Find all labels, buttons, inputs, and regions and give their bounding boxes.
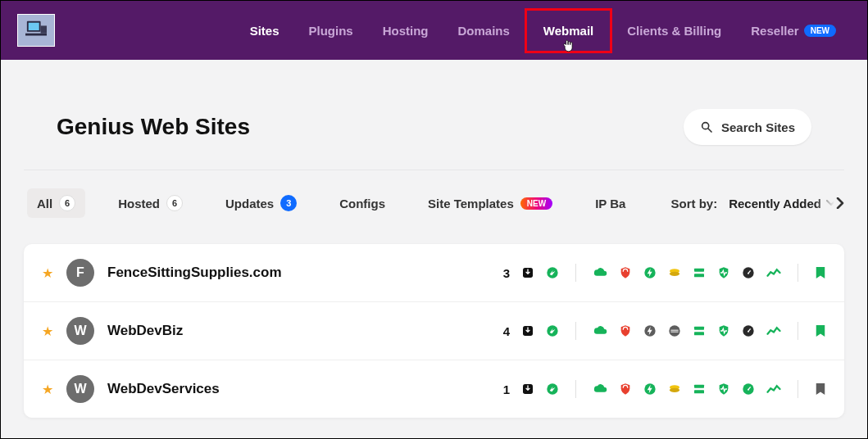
separator (798, 264, 798, 282)
speed-icon[interactable] (546, 382, 559, 396)
nav-sites[interactable]: Sites (235, 8, 294, 53)
pulse-icon[interactable] (717, 382, 730, 396)
separator (575, 264, 576, 282)
site-row[interactable]: ★ W WebDevServices 1 (24, 360, 844, 418)
shield-icon[interactable] (619, 324, 632, 337)
svg-point-18 (669, 325, 679, 336)
new-badge: NEW (804, 25, 836, 37)
bolt-icon[interactable] (643, 266, 657, 279)
nav-clients-billing[interactable]: Clients & Billing (612, 8, 736, 53)
site-row[interactable]: ★ F FenceSittingSupplies.com 3 (24, 244, 844, 302)
filter-hosted[interactable]: Hosted 6 (108, 188, 193, 218)
shield-icon[interactable] (619, 266, 632, 279)
nav-hosting[interactable]: Hosting (368, 8, 443, 53)
nav-label: Clients & Billing (627, 24, 721, 38)
download-icon[interactable] (521, 266, 534, 279)
svg-point-29 (670, 388, 679, 392)
gauge-icon[interactable] (742, 324, 755, 337)
svg-rect-22 (694, 332, 704, 335)
star-icon[interactable]: ★ (42, 324, 53, 339)
nav-domains[interactable]: Domains (443, 8, 525, 53)
gauge-icon[interactable] (742, 266, 755, 279)
top-nav: Sites Plugins Hosting Domains Webmail Cl… (1, 1, 867, 60)
nav-reseller[interactable]: Reseller NEW (736, 8, 851, 53)
sort-label: Sort by: (671, 197, 718, 210)
speed-icon[interactable] (546, 266, 559, 279)
nav-plugins[interactable]: Plugins (294, 8, 368, 53)
nav-label: Sites (250, 24, 279, 38)
svg-rect-30 (694, 385, 704, 388)
cloud-icon[interactable] (593, 325, 607, 337)
count-badge: 3 (280, 195, 297, 211)
chart-icon[interactable] (766, 325, 781, 337)
sites-list: ★ F FenceSittingSupplies.com 3 (24, 244, 844, 418)
filter-configs[interactable]: Configs (329, 190, 395, 217)
avatar: W (66, 317, 94, 345)
site-name: FenceSittingSupplies.com (107, 265, 282, 281)
server-icon[interactable] (693, 382, 706, 396)
nav-label: Plugins (309, 24, 353, 38)
filter-all[interactable]: All 6 (27, 188, 85, 218)
server-icon[interactable] (693, 324, 706, 337)
svg-rect-12 (694, 274, 704, 277)
svg-point-10 (670, 272, 679, 276)
filter-updates[interactable]: Updates 3 (216, 188, 307, 218)
chart-icon[interactable] (766, 267, 781, 278)
bookmark-icon[interactable] (815, 265, 826, 280)
bookmark-icon[interactable] (815, 382, 826, 396)
sort-value-text: Recently Added (729, 197, 821, 210)
chevron-right-icon (836, 197, 844, 209)
filter-site-templates[interactable]: Site Templates NEW (418, 190, 562, 217)
svg-point-33 (748, 389, 749, 391)
filter-label: Site Templates (428, 197, 514, 210)
nav-webmail[interactable]: Webmail (525, 8, 612, 53)
star-icon[interactable]: ★ (42, 382, 53, 397)
chevron-down-icon (826, 200, 836, 206)
coin-icon[interactable] (668, 382, 681, 396)
coin-icon[interactable] (668, 266, 681, 279)
download-icon[interactable] (521, 382, 534, 396)
disc-icon[interactable] (668, 324, 681, 337)
logo[interactable] (17, 14, 55, 47)
nav-label: Webmail (543, 24, 593, 38)
bolt-icon[interactable] (643, 324, 657, 337)
search-input[interactable]: Search Sites (684, 109, 811, 145)
filter-ip-ban[interactable]: IP Ba (585, 190, 647, 217)
sort-dropdown[interactable]: Recently Added (729, 197, 836, 210)
filter-row: All 6 Hosted 6 Updates 3 Configs Site Te… (24, 170, 844, 236)
site-name: WebDevServices (107, 381, 220, 397)
pulse-icon[interactable] (717, 324, 730, 337)
separator (798, 322, 798, 340)
bolt-icon[interactable] (643, 382, 657, 396)
cloud-icon[interactable] (593, 267, 607, 278)
avatar: F (66, 259, 94, 287)
nav-label: Reseller (751, 24, 798, 38)
nav-label: Hosting (383, 24, 429, 38)
bookmark-icon[interactable] (815, 324, 826, 338)
search-placeholder: Search Sites (721, 120, 795, 134)
speed-icon[interactable] (546, 324, 559, 337)
cursor-hand-icon (561, 38, 576, 53)
download-icon[interactable] (521, 324, 534, 337)
site-row[interactable]: ★ W WebDevBiz 4 (24, 302, 844, 360)
server-icon[interactable] (693, 266, 706, 279)
gauge-icon[interactable] (742, 382, 755, 396)
svg-rect-11 (694, 269, 704, 272)
svg-point-14 (748, 273, 749, 274)
avatar: W (66, 375, 94, 403)
svg-rect-3 (41, 25, 47, 33)
svg-rect-19 (670, 330, 678, 331)
svg-rect-20 (670, 332, 678, 333)
shield-icon[interactable] (619, 382, 632, 396)
nav-label: Domains (458, 24, 510, 38)
svg-rect-1 (29, 23, 39, 30)
update-count: 4 (503, 324, 510, 338)
pulse-icon[interactable] (717, 266, 730, 279)
new-badge: NEW (520, 197, 552, 210)
page-title: Genius Web Sites (57, 114, 250, 140)
cloud-icon[interactable] (593, 383, 607, 395)
star-icon[interactable]: ★ (42, 265, 53, 281)
chart-icon[interactable] (766, 383, 781, 395)
count-badge: 6 (166, 195, 183, 211)
update-count: 1 (503, 382, 510, 396)
